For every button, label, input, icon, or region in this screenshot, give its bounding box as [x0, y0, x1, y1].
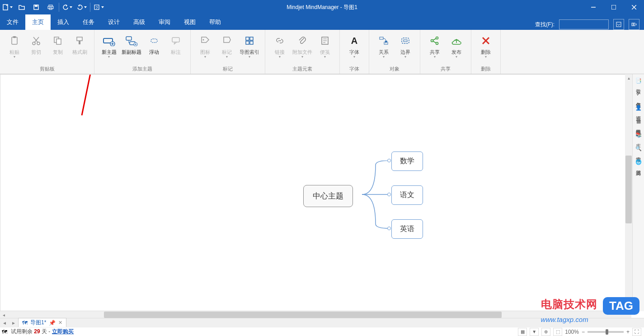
- status-right: ▦ ▼ ⊕ ⬚ 100% − + ⛶: [518, 328, 644, 336]
- scroll-thumb[interactable]: [104, 312, 502, 318]
- ribbon-relation-button[interactable]: 关系: [373, 32, 395, 60]
- pin-icon[interactable]: 📌: [49, 320, 56, 326]
- ribbon-button-label: 关系: [379, 49, 389, 59]
- filter-button[interactable]: ▼: [530, 328, 539, 336]
- scroll-left-arrow[interactable]: ◂: [0, 311, 7, 318]
- ribbon-new-topic-button[interactable]: 新主题: [98, 32, 120, 60]
- group-title: 添加主题: [132, 66, 152, 74]
- boundary-icon: [399, 34, 412, 47]
- tab-help[interactable]: 帮助: [202, 14, 228, 30]
- svg-rect-34: [151, 39, 157, 43]
- ribbon-link-button: 链接: [269, 32, 291, 60]
- delete-icon: [479, 34, 492, 47]
- group-title: 删除: [481, 66, 491, 74]
- separator: [90, 3, 90, 12]
- view-mode-button[interactable]: ▦: [518, 328, 527, 336]
- zoom-100-button[interactable]: ⬚: [553, 328, 562, 336]
- canvas-area[interactable]: 中心主题 数学 语文 英语: [0, 74, 631, 311]
- zoom-slider[interactable]: [588, 331, 624, 333]
- ribbon-group-添加主题: 新主题新副标题浮动标注添加主题: [94, 30, 191, 74]
- close-button[interactable]: [624, 0, 644, 14]
- side-search[interactable]: 🔍搜索: [635, 142, 642, 156]
- ribbon-share-button[interactable]: 共享: [424, 32, 446, 60]
- side-task-info[interactable]: ✓任务信息: [635, 88, 642, 101]
- horizontal-scrollbar[interactable]: ◂: [0, 311, 631, 318]
- index-icon: [243, 34, 256, 47]
- tab-task[interactable]: 任务: [76, 14, 101, 30]
- ribbon-button-label: 发布: [451, 49, 461, 59]
- doc-nav-prev[interactable]: ◂: [0, 320, 9, 326]
- node-port[interactable]: [387, 159, 391, 162]
- zoom-fit-button[interactable]: ⊕: [541, 328, 550, 336]
- window-title: Mindjet MindManager - 导图1: [287, 4, 357, 11]
- ribbon-collapse-button[interactable]: [613, 19, 624, 30]
- publish-icon: [450, 34, 463, 47]
- side-browser[interactable]: 🌐浏览器: [635, 156, 642, 169]
- tab-review[interactable]: 审阅: [152, 14, 177, 30]
- fullscreen-button[interactable]: ⛶: [632, 328, 641, 336]
- ribbon-button-label: 图标: [200, 49, 210, 59]
- zoom-in-button[interactable]: +: [626, 329, 630, 335]
- ribbon-boundary-button[interactable]: 边界: [395, 32, 416, 60]
- mindmap-canvas[interactable]: 中心主题 数学 语文 英语: [0, 75, 631, 311]
- font-icon: A: [348, 34, 361, 47]
- child-node-english[interactable]: 英语: [391, 219, 423, 239]
- tab-view[interactable]: 视图: [177, 14, 202, 30]
- open-file-button[interactable]: [14, 0, 29, 14]
- ribbon-tabs: 文件 主页 插入 任务 设计 高级 审阅 视图 帮助 查找(F):: [0, 14, 644, 30]
- ribbon-panel: 粘贴剪切复制格式刷剪贴板新主题新副标题浮动标注添加主题图标标记导图索引标记链接附…: [0, 30, 644, 74]
- ribbon-delete-button[interactable]: 删除: [475, 32, 497, 60]
- side-map-parts[interactable]: ▦导图组件: [635, 115, 642, 128]
- watermark: 电脑技术网 TAG www.tagxp.com: [541, 297, 639, 323]
- vertical-scrollbar[interactable]: ▴: [625, 74, 632, 311]
- doc-nav-next[interactable]: ▸: [9, 320, 18, 326]
- copy-icon: [52, 34, 64, 47]
- undo-button[interactable]: [60, 0, 75, 14]
- ribbon-publish-button[interactable]: 发布: [446, 32, 467, 60]
- new-file-button[interactable]: [0, 0, 14, 14]
- scroll-thumb[interactable]: [625, 156, 632, 223]
- scroll-up-arrow[interactable]: ▴: [625, 74, 632, 81]
- child-node-math[interactable]: 数学: [391, 151, 423, 171]
- index-icon: 📑: [635, 77, 642, 84]
- node-port[interactable]: [387, 193, 391, 196]
- notes-icon: [319, 34, 331, 47]
- save-button[interactable]: [29, 0, 43, 14]
- ribbon-floating-button[interactable]: 浮动: [143, 32, 165, 57]
- tab-insert[interactable]: 插入: [51, 14, 76, 30]
- svg-rect-23: [77, 37, 82, 41]
- ribbon-button-label: 链接: [275, 49, 285, 59]
- help-button[interactable]: ?: [91, 0, 106, 14]
- tab-design[interactable]: 设计: [101, 14, 127, 30]
- print-button[interactable]: [43, 0, 58, 14]
- zoom-out-button[interactable]: −: [582, 329, 585, 335]
- tab-file[interactable]: 文件: [0, 14, 25, 30]
- ribbon-options-button[interactable]: [629, 19, 639, 30]
- buy-now-link[interactable]: 立即购买: [52, 328, 74, 336]
- close-tab-button[interactable]: ✕: [58, 320, 62, 326]
- ribbon-group-标记: 图标标记导图索引标记: [191, 30, 265, 74]
- redo-button[interactable]: [75, 0, 89, 14]
- side-resources[interactable]: 👤资源: [635, 101, 642, 115]
- ribbon-index-button[interactable]: 导图索引: [238, 32, 261, 60]
- svg-point-18: [37, 42, 40, 45]
- link-icon: [273, 34, 286, 47]
- tab-home[interactable]: 主页: [25, 14, 51, 30]
- ribbon-button-label: 浮动: [149, 49, 159, 56]
- side-library[interactable]: 📚库: [635, 128, 642, 142]
- tab-advanced[interactable]: 高级: [127, 14, 152, 30]
- ribbon-button-label: 共享: [430, 49, 440, 59]
- child-node-chinese[interactable]: 语文: [391, 185, 423, 205]
- group-title: 标记: [223, 66, 233, 74]
- minimize-button[interactable]: [583, 0, 603, 14]
- maximize-button[interactable]: [603, 0, 624, 14]
- ribbon-new-subtopic-button[interactable]: 新副标题: [120, 32, 143, 57]
- zoom-value: 100%: [565, 329, 579, 335]
- node-port[interactable]: [387, 227, 391, 230]
- side-index[interactable]: 📑索引: [635, 74, 642, 88]
- ribbon-font-button[interactable]: A字体: [343, 32, 365, 60]
- svg-point-51: [436, 37, 438, 39]
- document-tab[interactable]: 🗺 导图1* 📌 ✕: [18, 318, 66, 327]
- search-input[interactable]: [559, 19, 609, 29]
- central-topic-node[interactable]: 中心主题: [303, 185, 353, 207]
